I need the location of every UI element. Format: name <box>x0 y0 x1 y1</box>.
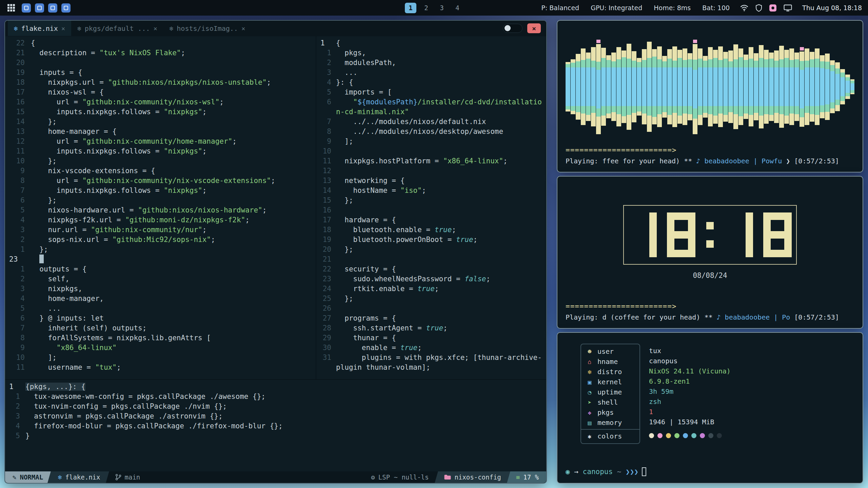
workspace-tag-4[interactable]: 4 <box>452 3 463 13</box>
code-line: 9 "x86_64-linux" <box>5 343 316 353</box>
viz-column <box>830 60 835 113</box>
viz-column <box>815 48 820 125</box>
viz-column <box>566 62 570 111</box>
toggle-switch[interactable] <box>503 24 522 33</box>
code-line: 1 }; <box>5 245 316 255</box>
viz-column <box>733 44 738 129</box>
code-line: 27 programs = { <box>316 313 546 323</box>
line-number: 5 <box>316 87 336 97</box>
code-line: 20 <box>5 58 316 68</box>
tab-label: pkgs/default ... <box>85 24 150 33</box>
taskbar-app-icon[interactable] <box>35 3 44 13</box>
viz-column <box>693 40 697 134</box>
tabs-list: ❄flake.nix×❄pkgs/default ...×❄hosts/isoI… <box>8 21 251 36</box>
color-picker-icon[interactable] <box>769 4 777 12</box>
mode-indicator: ✎ NORMAL <box>5 471 51 483</box>
code-line: 4}: { <box>316 78 546 87</box>
fetch-value-user: tux <box>649 346 731 356</box>
code-line: 5} <box>5 431 546 441</box>
workspace-tag-3[interactable]: 3 <box>436 3 448 13</box>
folder-icon <box>444 474 451 480</box>
line-number: 30 <box>316 343 336 353</box>
git-branch: main <box>108 471 148 483</box>
editor-tab[interactable]: ❄pkgs/default ...× <box>71 21 163 36</box>
lines-icon: ≡ <box>516 473 520 481</box>
tab-close-icon[interactable]: × <box>153 25 157 32</box>
code-line: 23 <box>5 255 316 264</box>
code-line: 7 inherit (self) outputs; <box>5 323 316 333</box>
line-number: 10 <box>316 146 336 156</box>
editor-tab[interactable]: ❄flake.nix× <box>8 21 71 36</box>
viz-column <box>840 69 845 104</box>
viz-column <box>601 48 606 126</box>
code-line: 18 bluetooth.enable = true; <box>316 225 546 235</box>
line-number: 25 <box>316 294 336 304</box>
code-line: 4 nixpkgs-f2k.url = "github:moni-dz/nixp… <box>5 215 316 225</box>
line-number: 8 <box>5 333 31 343</box>
viz-column <box>723 52 728 122</box>
clock-date: 08/08/24 <box>566 271 854 280</box>
line-number: 10 <box>5 353 31 363</box>
line-number: 4 <box>5 421 25 431</box>
tab-close-icon[interactable]: × <box>241 25 245 32</box>
taskbar-app-icon[interactable] <box>22 3 31 13</box>
code-line: 10 ]; <box>5 353 316 363</box>
tab-close-icon[interactable]: × <box>61 25 65 32</box>
shell-prompt[interactable]: ◉ → canopus ~ ❯❯❯ <box>566 467 854 476</box>
code-line: 18 nixpkgs.url = "github:nixos/nixpkgs/n… <box>5 78 316 87</box>
wifi-icon[interactable] <box>740 4 749 12</box>
line-number: 23 <box>316 274 336 284</box>
fetch-row-shell: ➤shell <box>581 397 639 407</box>
app-launcher-icon[interactable] <box>6 3 16 13</box>
editor-pane-pkgs[interactable]: 1{pkgs, ...}: {1 tux-awesome-wm-config =… <box>5 379 546 471</box>
fetch-label: kernel <box>597 378 622 386</box>
workspace-tag-1[interactable]: 1 <box>405 3 416 13</box>
color-palette <box>649 430 731 441</box>
line-number: 17 <box>316 215 336 225</box>
terminal-cursor <box>642 467 646 476</box>
line-number: 26 <box>316 304 336 313</box>
lsp-label: LSP ~ null-ls <box>378 473 429 481</box>
code-line: 17 hardware = { <box>316 215 546 225</box>
status-item: P: Balanced <box>541 4 579 12</box>
shield-icon[interactable] <box>755 4 762 12</box>
display-icon[interactable] <box>784 4 792 12</box>
editor-pane-flake[interactable]: 22{21 description = "tux's NixOS Flake";… <box>5 36 316 379</box>
fetch-row-uptime: ◔uptime <box>581 387 639 397</box>
code-line: 8 ../../modules/nixos/desktop/awesome <box>316 127 546 137</box>
fetch-values: tuxcanopusNixOS 24.11 (Vicuna)6.9.8-zen1… <box>640 344 731 444</box>
code-line: 11 nixpkgs.hostPlatform = "x86_64-linux"… <box>316 156 546 166</box>
taskbar-app-icon[interactable] <box>61 3 71 13</box>
system-fetch: ☻user⌂hname❄distro▣kernel◔uptime➤shell❖p… <box>580 344 854 444</box>
status-item: Home: 8ms <box>654 4 691 12</box>
topbar-left <box>6 3 71 13</box>
uptime-icon: ◔ <box>586 389 593 396</box>
app-glyph-icon <box>64 6 68 10</box>
code-line: 3 astronvim = pkgs.callPackage ./astronv… <box>5 411 546 421</box>
tab-label: flake.nix <box>21 24 58 33</box>
taskbar-app-icon[interactable] <box>48 3 57 13</box>
editor-tab[interactable]: ❄hosts/isoImag..× <box>163 21 252 36</box>
line-number: 22 <box>5 38 31 48</box>
code-line: 25 }; <box>316 294 546 304</box>
editor-pane-iso[interactable]: 1{1 pkgs,2 modulesPath,3 ...4}: {5 impor… <box>316 36 546 379</box>
workspace-tag-2[interactable]: 2 <box>420 3 432 13</box>
viz-column <box>657 46 662 127</box>
code-line: 7 inputs.nixpkgs.follows = "nixpkgs"; <box>5 186 316 196</box>
datetime: Thu Aug 08, 18:18 <box>802 4 862 12</box>
audio-visualizer <box>566 27 854 146</box>
viz-pink-pixel <box>693 40 697 43</box>
clock-window: 08/08/24 =======================> Playin… <box>557 176 863 329</box>
palette-dot <box>657 433 663 438</box>
viz-column <box>652 49 657 124</box>
code-line: 4 home-manager, <box>5 294 316 304</box>
viz-column <box>586 53 591 121</box>
memory-icon: ▤ <box>586 419 593 426</box>
fetch-terminal-window: ☻user⌂hname❄distro▣kernel◔uptime➤shell❖p… <box>557 332 863 484</box>
code-line: 24 rtkit.enable = true; <box>316 284 546 294</box>
code-line: 30 enable = true; <box>316 343 546 353</box>
fetch-value-distro: NixOS 24.11 (Vicuna) <box>649 366 731 376</box>
scroll-progress: ≡ 17 % <box>509 471 546 483</box>
line-number: 1 <box>5 382 25 392</box>
window-close-button[interactable]: × <box>527 23 541 33</box>
